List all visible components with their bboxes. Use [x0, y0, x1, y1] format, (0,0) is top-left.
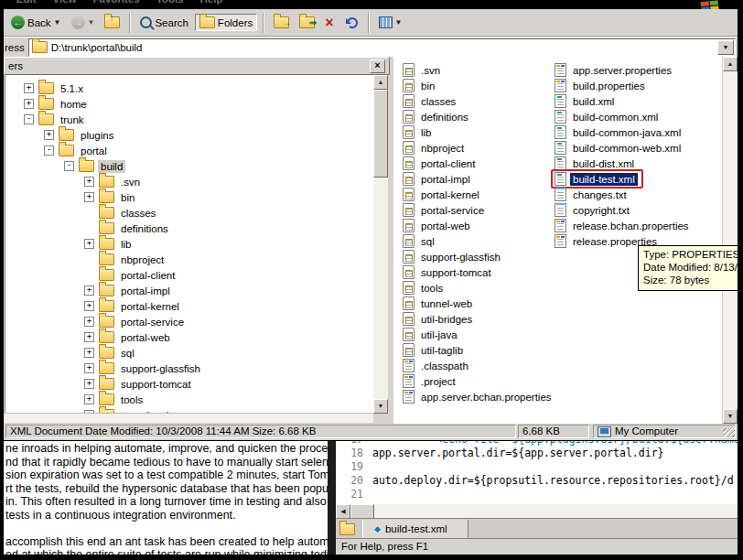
tree-horizontal-scrollbar[interactable]	[5, 413, 373, 423]
scroll-down-icon[interactable]: ▼	[723, 409, 738, 424]
file-item[interactable]: nbproject	[401, 140, 468, 156]
file-item[interactable]: portal-web	[401, 218, 475, 233]
code-horizontal-scrollbar[interactable]: ◀	[336, 503, 738, 519]
tree-item[interactable]: + portal-service	[11, 314, 187, 329]
file-item[interactable]: build.xml	[553, 93, 619, 109]
file-item[interactable]: build-common-java.xml	[553, 124, 685, 140]
tree-toggle-icon[interactable]: +	[84, 285, 94, 296]
tree-toggle-icon[interactable]: -	[64, 161, 74, 171]
views-dropdown-icon[interactable]: ▼	[395, 19, 403, 27]
file-item[interactable]: build-test.xml	[553, 171, 640, 187]
resize-grip[interactable]	[723, 428, 735, 438]
scroll-left-icon[interactable]: ◀	[336, 504, 350, 519]
search-button[interactable]: Search	[136, 15, 191, 30]
tree-toggle-icon[interactable]: +	[24, 83, 34, 93]
tree-toggle-icon[interactable]: +	[84, 379, 94, 389]
scrollbar-thumb[interactable]	[350, 504, 374, 519]
back-dropdown-icon[interactable]: ▼	[54, 19, 61, 27]
file-item[interactable]: bin	[401, 78, 439, 93]
code-area[interactable]: 17 <echo file="${app.plugins.dir}/build.…	[336, 441, 738, 503]
tree-item[interactable]: + portal-kernel	[11, 298, 182, 314]
tree-item[interactable]: + sql	[11, 345, 137, 361]
file-item[interactable]: .project	[401, 373, 460, 389]
tree-toggle-icon[interactable]: +	[84, 348, 94, 358]
file-item[interactable]: .classpath	[401, 358, 473, 373]
file-item[interactable]: portal-client	[401, 156, 479, 171]
file-item[interactable]: tools	[401, 280, 447, 296]
file-item[interactable]: definitions	[401, 109, 473, 124]
menu-item[interactable]: Tools	[156, 0, 184, 5]
tree-toggle-icon[interactable]: -	[44, 145, 54, 156]
pane-divider[interactable]	[328, 441, 336, 556]
file-item[interactable]: portal-service	[401, 202, 489, 218]
file-item[interactable]: util-taglib	[401, 342, 468, 358]
tree-toggle-icon[interactable]: +	[84, 394, 94, 404]
file-item[interactable]: changes.txt	[553, 187, 631, 202]
file-item[interactable]: copyright.txt	[553, 202, 634, 218]
address-input[interactable]: D:\trunk\portal\build ▼	[28, 38, 736, 57]
file-item[interactable]: release.bchan.properties	[553, 218, 694, 233]
tree-toggle-icon[interactable]: +	[84, 239, 94, 249]
scroll-up-icon[interactable]: ▲	[723, 57, 738, 71]
tree-item[interactable]: + plugins	[11, 127, 116, 143]
tree-toggle-icon[interactable]: +	[44, 130, 54, 140]
tree-item[interactable]: - trunk	[11, 112, 87, 127]
tree-toggle-icon[interactable]: +	[84, 192, 94, 202]
tree-item[interactable]: classes	[11, 205, 158, 221]
file-item[interactable]: app.server.bchan.properties	[401, 389, 556, 404]
file-item[interactable]: support-glassfish	[401, 249, 505, 264]
file-item[interactable]: util-java	[401, 327, 462, 342]
up-button[interactable]: ↑	[101, 15, 124, 30]
file-item[interactable]: portal-kernel	[401, 187, 484, 202]
menu-item[interactable]: Favorites	[93, 0, 140, 5]
tree-item[interactable]: nbproject	[11, 252, 167, 267]
tree-toggle-icon[interactable]: +	[84, 177, 94, 187]
menu-item[interactable]: Help	[200, 0, 223, 5]
tree-toggle-icon[interactable]: +	[84, 332, 94, 342]
tree-item[interactable]: - build	[11, 158, 125, 174]
close-icon[interactable]: ×	[370, 59, 385, 73]
forward-dropdown-icon[interactable]: ▼	[88, 19, 95, 27]
file-item[interactable]: sql	[401, 233, 439, 249]
tree-item[interactable]: - portal	[11, 143, 110, 158]
tree-toggle-icon[interactable]: +	[24, 99, 34, 109]
tree-vertical-scrollbar[interactable]: ▲ ▼	[373, 75, 388, 414]
move-to-button[interactable]: →	[270, 15, 293, 30]
file-item[interactable]: portal-impl	[401, 171, 475, 187]
forward-button[interactable]: → ▼	[68, 14, 99, 31]
tree-toggle-icon[interactable]: +	[84, 363, 94, 373]
undo-button[interactable]	[340, 14, 362, 32]
file-item[interactable]: lib	[401, 124, 436, 140]
file-item[interactable]: build-common.xml	[553, 109, 662, 124]
tree-item[interactable]: definitions	[11, 221, 171, 236]
menu-item[interactable]: Edit	[16, 0, 37, 5]
tree-toggle-icon[interactable]: +	[84, 301, 94, 311]
folders-button[interactable]: Folders	[195, 14, 257, 31]
tree-item[interactable]: + bin	[11, 189, 137, 205]
tree-item[interactable]: + home	[11, 96, 90, 112]
tree-toggle-icon[interactable]: -	[24, 114, 34, 124]
file-item[interactable]: classes	[401, 93, 460, 109]
scroll-up-icon[interactable]: ▲	[373, 75, 388, 90]
scrollbar-thumb[interactable]	[373, 90, 388, 178]
back-button[interactable]: ← Back ▼	[7, 14, 65, 31]
tree-item[interactable]: + 5.1.x	[11, 81, 86, 96]
tree-item[interactable]: + portal-impl	[11, 283, 173, 298]
tree-item[interactable]: + portal-web	[11, 329, 173, 345]
tree-item[interactable]: portal-client	[11, 267, 178, 283]
file-item[interactable]: build.properties	[553, 78, 650, 93]
tree-item[interactable]: + tools	[11, 392, 145, 407]
scroll-down-icon[interactable]: ▼	[373, 399, 388, 414]
file-item[interactable]: support-tomcat	[401, 264, 496, 280]
tab-build-test-xml[interactable]: ◆ build-test.xml	[362, 520, 468, 538]
file-item[interactable]: util-bridges	[401, 311, 477, 327]
file-item[interactable]: build-common-web.xml	[553, 140, 685, 156]
views-button[interactable]: ▼	[375, 15, 406, 30]
file-item[interactable]: tunnel-web	[401, 296, 477, 311]
files-vertical-scrollbar[interactable]: ▲ ▼	[722, 57, 738, 424]
file-item[interactable]: .svn	[401, 62, 445, 78]
menu-item[interactable]: View	[53, 0, 77, 5]
delete-button[interactable]: ×	[321, 15, 337, 31]
address-dropdown-button[interactable]: ▼	[717, 40, 734, 55]
tree-item[interactable]: + lib	[11, 236, 135, 252]
